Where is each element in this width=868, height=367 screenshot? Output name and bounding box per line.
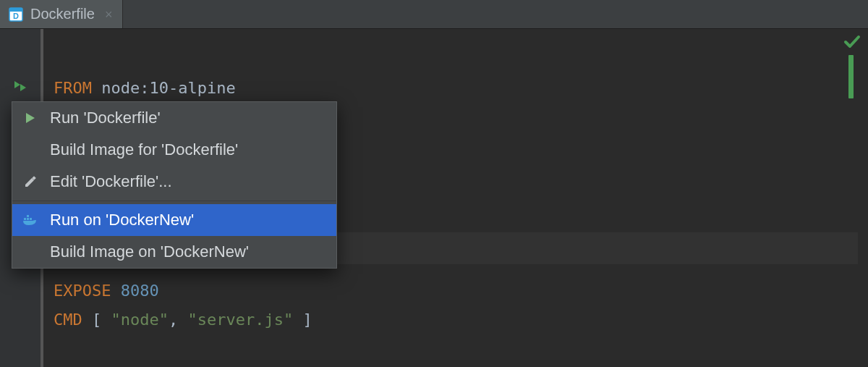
keyword-from: FROM — [54, 79, 92, 97]
menu-item-build-image[interactable]: Build Image for 'Dockerfile' — [12, 134, 336, 166]
menu-item-run-dockerfile[interactable]: Run 'Dockerfile' — [12, 102, 336, 134]
menu-item-label: Build Image on 'DockerNew' — [50, 242, 249, 261]
run-context-menu: Run 'Dockerfile' Build Image for 'Docker… — [12, 101, 337, 269]
menu-item-build-image-on-dockernew[interactable]: Build Image on 'DockerNew' — [12, 236, 336, 268]
editor-tab-dockerfile[interactable]: D Dockerfile × — [0, 0, 123, 28]
menu-item-label: Run 'Dockerfile' — [50, 109, 161, 127]
menu-item-label: Edit 'Dockerfile'... — [50, 172, 172, 191]
inspection-ok-icon[interactable] — [843, 35, 861, 53]
menu-item-label: Build Image for 'Dockerfile' — [50, 140, 238, 159]
expose-port: 8080 — [121, 282, 159, 300]
keyword-expose: EXPOSE — [54, 282, 111, 300]
svg-marker-4 — [14, 81, 20, 88]
punc-close: ] — [293, 311, 312, 329]
keyword-cmd: CMD — [54, 311, 82, 329]
menu-item-edit-dockerfile[interactable]: Edit 'Dockerfile'... — [12, 166, 336, 198]
svg-marker-6 — [26, 113, 35, 123]
pencil-icon — [21, 175, 40, 188]
svg-rect-8 — [24, 218, 26, 220]
punc-open: [ — [82, 311, 111, 329]
svg-text:D: D — [13, 12, 19, 20]
docker-icon — [21, 214, 40, 227]
tab-title: Dockerfile — [30, 6, 95, 22]
run-icon — [21, 112, 40, 124]
menu-item-run-on-dockernew[interactable]: Run on 'DockerNew' — [12, 204, 336, 236]
image-ref: node:10-alpine — [101, 79, 235, 97]
cmd-arg2: "server.js" — [187, 311, 293, 329]
svg-rect-11 — [27, 215, 29, 217]
run-gutter-icon[interactable] — [14, 80, 29, 98]
svg-rect-9 — [27, 218, 29, 220]
editor-tabbar: D Dockerfile × — [0, 0, 868, 29]
close-icon[interactable]: × — [105, 8, 113, 21]
menu-item-label: Run on 'DockerNew' — [50, 211, 194, 229]
inspection-stripe[interactable] — [848, 55, 854, 98]
menu-separator — [12, 201, 336, 201]
svg-marker-5 — [20, 84, 26, 91]
dockerfile-icon: D — [9, 7, 23, 22]
punc-comma: , — [169, 311, 188, 329]
cmd-arg1: "node" — [111, 311, 169, 329]
svg-rect-10 — [30, 218, 32, 220]
